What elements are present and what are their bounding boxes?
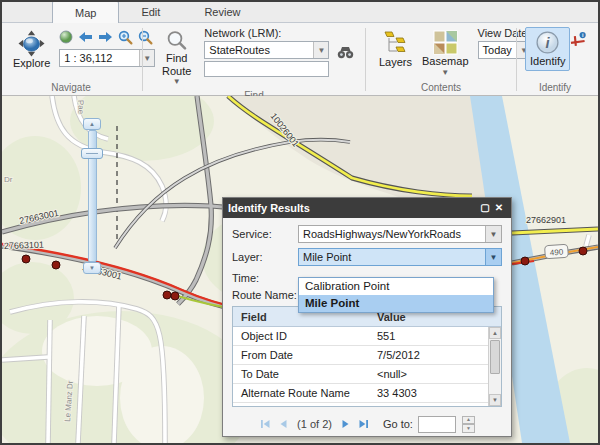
dialog-title-bar[interactable]: Identify Results ▢ ✕ xyxy=(223,198,511,218)
street-label: Dr xyxy=(4,175,13,184)
previous-extent-arrow-icon[interactable] xyxy=(78,31,93,43)
layers-tree-icon xyxy=(383,30,409,56)
goto-spinner: ▲ ▼ xyxy=(462,416,475,433)
next-extent-arrow-icon[interactable] xyxy=(98,31,113,43)
find-route-dropdown-caret-icon: ▼ xyxy=(173,77,181,86)
identify-route-location-icon[interactable]: i xyxy=(570,31,587,48)
layer-dropdown-arrow-icon[interactable]: ▼ xyxy=(485,249,501,265)
explore-compass-icon xyxy=(18,30,45,57)
layer-dropdown-list: Calibration Point Mile Point xyxy=(298,277,494,313)
pagination-bar: (1 of 2) Go to: ▲ ▼ xyxy=(232,412,502,436)
close-icon[interactable]: ✕ xyxy=(492,203,506,213)
goto-page-input[interactable] xyxy=(418,416,456,433)
full-extent-globe-icon[interactable] xyxy=(59,30,73,44)
basemap-tiles-icon xyxy=(433,30,458,55)
spinner-up-icon[interactable]: ▲ xyxy=(462,416,475,425)
layers-label: Layers xyxy=(379,56,412,69)
cell-field: From Date xyxy=(233,349,371,361)
group-separator xyxy=(142,28,143,91)
basemap-button[interactable]: Basemap ▼ xyxy=(417,27,473,80)
find-route-button[interactable]: Find Route ▼ xyxy=(157,27,196,89)
group-separator xyxy=(516,28,517,91)
layers-button[interactable]: Layers xyxy=(374,27,417,72)
table-scrollbar[interactable]: ▲ ▼ xyxy=(488,327,501,406)
attribute-table: Field Value Object ID 551 From Date 7/5/… xyxy=(232,306,502,407)
map-scale-combobox[interactable]: 1 : 36,112 ▼ xyxy=(59,49,155,67)
find-route-label-2: Route xyxy=(162,65,191,78)
basemap-dropdown-caret-icon: ▼ xyxy=(441,68,449,77)
cell-field: Object ID xyxy=(233,330,371,342)
dropdown-option-mile-point[interactable]: Mile Point xyxy=(299,295,493,312)
ribbon-tab-bar: Map Edit Review xyxy=(2,2,598,23)
time-label: Time: xyxy=(232,272,298,284)
network-dropdown-arrow-icon[interactable]: ▼ xyxy=(313,42,328,58)
layer-value: Mile Point xyxy=(299,251,485,263)
group-identify: i Identify i Identify xyxy=(519,25,591,95)
dialog-title: Identify Results xyxy=(228,202,310,214)
first-page-icon[interactable] xyxy=(259,418,272,430)
table-row[interactable]: To Date <null> xyxy=(233,365,501,384)
service-combobox[interactable]: RoadsHighways/NewYorkRoads ▼ xyxy=(298,225,502,243)
last-page-icon[interactable] xyxy=(357,418,370,430)
service-label: Service: xyxy=(232,228,298,240)
explore-button[interactable]: Explore xyxy=(8,27,55,73)
zoom-slider-handle[interactable] xyxy=(81,148,103,159)
scrollbar-thumb[interactable] xyxy=(490,340,500,374)
explore-label: Explore xyxy=(13,57,50,70)
group-find: Find Route ▼ Network (LRM): StateRoutes … xyxy=(145,25,363,95)
page-indicator: (1 of 2) xyxy=(297,418,332,430)
next-page-icon[interactable] xyxy=(339,418,352,430)
map-route-shield: 490 xyxy=(545,244,569,259)
tab-edit[interactable]: Edit xyxy=(119,1,182,22)
scrollbar-down-icon[interactable]: ▼ xyxy=(489,394,501,406)
view-date-value: Today xyxy=(479,44,516,56)
basemap-label: Basemap xyxy=(422,55,468,68)
spinner-down-icon[interactable]: ▼ xyxy=(462,424,475,433)
identify-label: Identify xyxy=(530,55,565,68)
route-label: 27663101 xyxy=(4,240,44,251)
table-row[interactable]: From Date 7/5/2012 xyxy=(233,346,501,365)
group-navigate: Explore xyxy=(2,25,140,95)
maximize-icon[interactable]: ▢ xyxy=(478,203,492,213)
map-zoom-slider: ▲ ▼ xyxy=(80,118,104,274)
service-value: RoadsHighways/NewYorkRoads xyxy=(299,228,485,240)
cell-value: 551 xyxy=(371,330,501,342)
scrollbar-up-icon[interactable]: ▲ xyxy=(489,327,501,339)
binoculars-search-icon[interactable] xyxy=(337,45,354,60)
zoom-slider-down-button[interactable]: ▼ xyxy=(83,262,101,274)
group-separator xyxy=(365,28,366,91)
svg-text:490: 490 xyxy=(550,248,564,258)
route-name-label: Route Name: xyxy=(232,289,308,301)
cell-value: 33 4303 xyxy=(371,387,501,399)
tab-review[interactable]: Review xyxy=(182,1,262,22)
application-window: Map Edit Review xyxy=(0,0,600,445)
street-label: Pae xyxy=(76,100,86,115)
find-route-label-1: Find xyxy=(166,52,187,65)
service-row: Service: RoadsHighways/NewYorkRoads ▼ xyxy=(232,225,502,243)
cell-value: 7/5/2012 xyxy=(371,349,501,361)
find-route-magnifier-icon xyxy=(166,30,188,52)
table-row[interactable]: Alternate Route Name 33 4303 xyxy=(233,384,501,403)
route-search-input[interactable] xyxy=(204,61,329,77)
map-scale-value: 1 : 36,112 xyxy=(60,52,139,64)
group-label-identify: Identify xyxy=(519,81,591,95)
previous-page-icon[interactable] xyxy=(277,418,290,430)
tab-map[interactable]: Map xyxy=(52,1,119,23)
ribbon: Map Edit Review xyxy=(2,2,598,96)
dropdown-option-calibration-point[interactable]: Calibration Point xyxy=(299,278,493,295)
group-label-navigate: Navigate xyxy=(2,81,140,95)
zoom-in-icon[interactable] xyxy=(118,30,133,45)
group-label-contents: Contents xyxy=(368,81,514,95)
ribbon-toolbar: Explore xyxy=(2,23,598,95)
identify-info-icon: i xyxy=(535,30,560,55)
identify-button[interactable]: i Identify xyxy=(525,27,570,71)
layer-combobox[interactable]: Mile Point ▼ xyxy=(298,248,502,266)
layer-label: Layer: xyxy=(232,251,298,263)
zoom-slider-up-button[interactable]: ▲ xyxy=(83,118,101,130)
network-lrm-combobox[interactable]: StateRoutes ▼ xyxy=(204,41,329,59)
table-row[interactable]: Object ID 551 xyxy=(233,327,501,346)
service-dropdown-arrow-icon[interactable]: ▼ xyxy=(485,226,501,242)
identify-results-dialog: Identify Results ▢ ✕ Service: RoadsHighw… xyxy=(222,197,512,437)
map-view[interactable]: 490 27663001 27663101 27663001 27662901 … xyxy=(2,96,598,443)
goto-label: Go to: xyxy=(383,418,413,430)
